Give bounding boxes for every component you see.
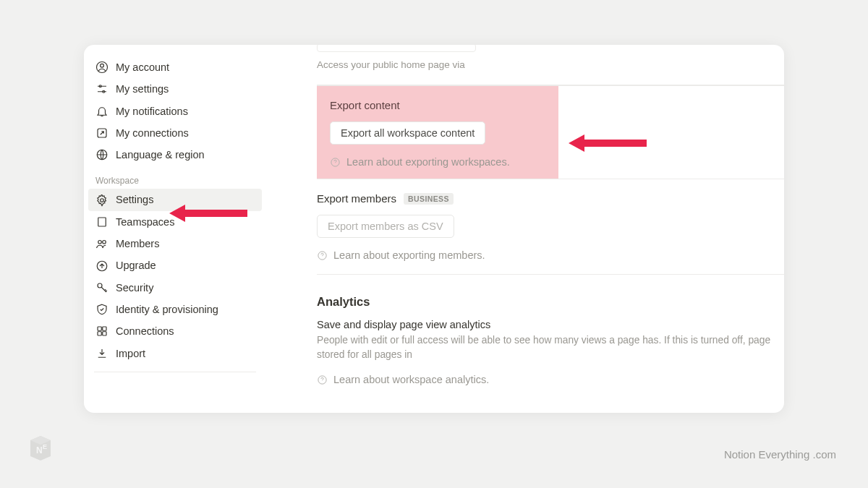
section-title: Export content	[330, 99, 545, 111]
sidebar-item-language-region[interactable]: Language & region	[88, 144, 262, 166]
svg-marker-30	[569, 134, 647, 152]
sidebar-item-my-connections[interactable]: My connections	[88, 122, 262, 144]
gear-icon	[95, 194, 109, 207]
sidebar-item-my-account[interactable]: My account	[88, 56, 262, 78]
plan-badge: BUSINESS	[404, 193, 454, 205]
svg-marker-31	[169, 205, 247, 222]
grid-icon	[95, 325, 109, 338]
sidebar-item-label: My account	[116, 60, 169, 74]
bell-icon	[95, 105, 109, 118]
annotation-arrow-left	[169, 202, 247, 224]
sidebar-item-label: Language & region	[116, 147, 205, 162]
public-homepage-hint: Access your public home page via	[317, 59, 784, 70]
svg-text:E: E	[43, 443, 47, 450]
sidebar-section-label: Workspace	[88, 166, 262, 189]
public-homepage-section-fragment: Access your public home page via	[317, 45, 784, 85]
export-all-workspace-button[interactable]: Export all workspace content	[330, 121, 485, 145]
sidebar-item-label: My notifications	[116, 104, 188, 119]
sidebar-item-label: Teamspaces	[116, 215, 174, 229]
export-content-section: Export content Export all workspace cont…	[317, 86, 558, 179]
svg-rect-23	[98, 327, 101, 330]
analytics-section: Analytics Save and display page view ana…	[317, 275, 784, 385]
shield-check-icon	[95, 303, 109, 316]
help-icon	[330, 157, 341, 168]
sidebar-item-label: Identity & provisioning	[116, 302, 218, 317]
external-link-icon	[95, 127, 109, 140]
sidebar-item-connections[interactable]: Connections	[88, 320, 262, 342]
export-members-csv-button[interactable]: Export members as CSV	[317, 215, 454, 238]
upgrade-icon	[95, 260, 109, 273]
svg-rect-26	[103, 332, 106, 335]
settings-main-panel: Access your public home page via Export …	[262, 45, 784, 413]
svg-text:N: N	[36, 445, 43, 455]
sidebar-item-label: Import	[116, 346, 145, 361]
svg-point-22	[98, 283, 102, 288]
building-icon	[95, 215, 109, 228]
learn-more-link[interactable]: Learn about exporting members.	[317, 249, 784, 261]
section-title: Analytics	[317, 295, 784, 309]
help-icon	[317, 250, 328, 261]
analytics-toggle-title: Save and display page view analytics	[317, 319, 784, 330]
divider	[94, 372, 256, 372]
svg-point-20	[103, 241, 106, 244]
svg-rect-25	[98, 332, 101, 335]
sidebar-item-upgrade[interactable]: Upgrade	[88, 254, 262, 276]
svg-point-19	[98, 241, 102, 244]
globe-icon	[95, 148, 109, 161]
brand-logo: N E	[28, 435, 53, 465]
sidebar-item-label: Upgrade	[116, 258, 156, 273]
svg-rect-24	[103, 327, 106, 330]
sidebar-item-label: Settings	[116, 192, 153, 207]
help-icon	[317, 374, 328, 385]
sidebar-item-security[interactable]: Security	[88, 277, 262, 299]
homepage-input-fragment[interactable]	[317, 45, 476, 52]
sidebar-item-my-notifications[interactable]: My notifications	[88, 100, 262, 122]
brand-watermark: Notion Everything .com	[724, 448, 836, 461]
download-icon	[95, 347, 109, 360]
svg-point-8	[101, 198, 104, 202]
sidebar-item-my-settings[interactable]: My settings	[88, 78, 262, 100]
sidebar-item-members[interactable]: Members	[88, 233, 262, 254]
user-icon	[95, 61, 109, 74]
key-icon	[95, 281, 109, 294]
sidebar-item-identity-provisioning[interactable]: Identity & provisioning	[88, 299, 262, 320]
sidebar-item-label: My settings	[116, 82, 169, 96]
sidebar-item-import[interactable]: Import	[88, 343, 262, 364]
sidebar-item-label: Members	[116, 236, 159, 251]
sidebar-item-label: Security	[116, 281, 153, 295]
learn-more-link[interactable]: Learn about exporting workspaces.	[330, 156, 545, 168]
export-members-section: Export members BUSINESS Export members a…	[317, 179, 784, 275]
sidebar-item-label: Connections	[116, 324, 174, 338]
annotation-arrow-right	[569, 132, 647, 154]
analytics-description: People with edit or full access will be …	[317, 333, 784, 362]
section-title: Export members	[317, 192, 396, 205]
sliders-icon	[95, 82, 109, 95]
svg-point-1	[101, 64, 104, 67]
sidebar-item-label: My connections	[116, 126, 189, 140]
learn-more-link[interactable]: Learn about workspace analytics.	[317, 374, 784, 385]
settings-sidebar: My account My settings My notifications …	[84, 45, 262, 413]
people-icon	[95, 237, 109, 250]
